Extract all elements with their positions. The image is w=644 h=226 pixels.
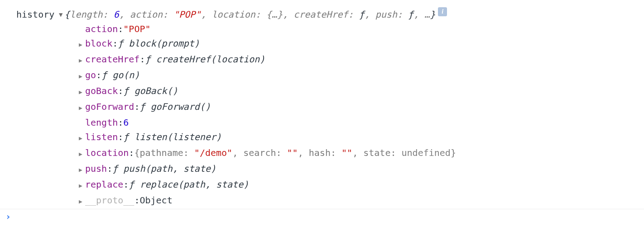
expand-arrow-icon[interactable]: ▶ bbox=[76, 147, 85, 161]
object-properties: action: "POP"▶block: ƒ block(prompt)▶cre… bbox=[16, 22, 644, 209]
value-segment: "/demo" bbox=[194, 147, 232, 158]
console-output: history ▼ {length: 6, action: "POP", loc… bbox=[0, 0, 644, 209]
value-segment: } bbox=[451, 147, 456, 158]
property-colon: : bbox=[107, 161, 112, 176]
property-row-go[interactable]: ▶go: ƒ go(n) bbox=[76, 68, 644, 84]
value-segment: ƒ block(prompt) bbox=[118, 38, 200, 49]
value-segment: : bbox=[183, 147, 194, 158]
property-value: ƒ createHref(location) bbox=[145, 52, 265, 66]
property-row-action: action: "POP" bbox=[76, 22, 644, 36]
property-row-createHref[interactable]: ▶createHref: ƒ createHref(location) bbox=[76, 52, 644, 68]
property-key: listen bbox=[85, 130, 118, 144]
info-icon[interactable]: i bbox=[438, 7, 447, 16]
property-value: ƒ go(n) bbox=[101, 68, 139, 82]
property-key: action bbox=[85, 22, 118, 36]
summary-sep: , bbox=[365, 9, 375, 20]
value-segment: "" bbox=[287, 147, 298, 158]
property-colon: : bbox=[134, 193, 139, 207]
summary-key: length bbox=[70, 9, 102, 20]
property-value: ƒ block(prompt) bbox=[118, 36, 200, 51]
property-key: length bbox=[85, 115, 118, 130]
property-key: location bbox=[85, 146, 129, 160]
value-segment: : bbox=[276, 147, 287, 158]
value-segment: ƒ goForward() bbox=[139, 101, 211, 112]
property-colon: : bbox=[134, 99, 139, 114]
value-segment: pathname bbox=[139, 147, 183, 158]
expand-arrow-icon[interactable]: ▼ bbox=[57, 7, 64, 22]
summary-key: action bbox=[130, 9, 163, 20]
value-segment: ƒ listen(listener) bbox=[123, 132, 221, 142]
expand-arrow-icon[interactable]: ▶ bbox=[76, 53, 85, 68]
root-row[interactable]: history ▼ {length: 6, action: "POP", loc… bbox=[16, 7, 644, 22]
value-segment: search bbox=[243, 147, 276, 158]
property-key: replace bbox=[85, 177, 123, 192]
property-key: go bbox=[85, 68, 96, 82]
property-colon: : bbox=[118, 84, 123, 98]
property-colon: : bbox=[112, 36, 118, 51]
value-segment: ƒ goBack() bbox=[123, 85, 178, 96]
property-key: push bbox=[85, 161, 107, 176]
value-segment: ƒ go(n) bbox=[101, 70, 139, 80]
expand-arrow-icon[interactable]: ▶ bbox=[76, 131, 85, 146]
summary-sep: , bbox=[283, 9, 293, 20]
console-prompt[interactable]: › bbox=[0, 209, 644, 225]
summary-ellipsis: , … bbox=[413, 9, 430, 20]
value-segment: { bbox=[134, 147, 139, 158]
summary-value: 6 bbox=[114, 9, 119, 20]
property-colon: : bbox=[96, 68, 101, 82]
summary-colon: : bbox=[255, 9, 266, 20]
expand-arrow-icon[interactable]: ▶ bbox=[76, 38, 85, 52]
property-row-replace[interactable]: ▶replace: ƒ replace(path, state) bbox=[76, 177, 644, 193]
expand-arrow-icon[interactable]: ▶ bbox=[76, 101, 85, 115]
value-segment: state bbox=[363, 147, 390, 158]
property-key: goForward bbox=[85, 99, 134, 114]
summary-key: createHref bbox=[293, 9, 348, 20]
summary-value: ƒ bbox=[408, 9, 413, 20]
property-row-block[interactable]: ▶block: ƒ block(prompt) bbox=[76, 36, 644, 52]
property-row-length: length: 6 bbox=[76, 115, 644, 130]
property-colon: : bbox=[123, 177, 129, 192]
property-colon: : bbox=[139, 52, 145, 66]
summary-sep: , bbox=[119, 9, 130, 20]
summary-colon: : bbox=[103, 9, 114, 20]
property-key: createHref bbox=[85, 52, 139, 66]
summary-value: {…} bbox=[266, 9, 283, 20]
property-row-listen[interactable]: ▶listen: ƒ listen(listener) bbox=[76, 130, 644, 146]
value-segment: , bbox=[298, 147, 309, 158]
property-value: Object bbox=[139, 193, 172, 207]
property-key: __proto__ bbox=[85, 193, 134, 207]
variable-name: history bbox=[16, 7, 54, 22]
expand-arrow-icon[interactable]: ▶ bbox=[76, 85, 85, 99]
property-row-location[interactable]: ▶location: {pathname: "/demo", search: "… bbox=[76, 146, 644, 161]
property-value: ƒ goBack() bbox=[123, 84, 178, 98]
property-row-goForward[interactable]: ▶goForward: ƒ goForward() bbox=[76, 99, 644, 115]
value-segment: , bbox=[232, 147, 243, 158]
property-colon: : bbox=[118, 22, 123, 36]
property-row-proto[interactable]: ▶__proto__: Object bbox=[76, 193, 644, 209]
summary-value: "POP" bbox=[173, 9, 201, 20]
property-key: block bbox=[85, 36, 112, 51]
property-value: ƒ push(path, state) bbox=[112, 161, 216, 176]
summary-value: ƒ bbox=[359, 9, 365, 20]
property-row-goBack[interactable]: ▶goBack: ƒ goBack() bbox=[76, 84, 644, 99]
value-segment: "POP" bbox=[123, 24, 150, 34]
value-segment: ƒ replace(path, state) bbox=[129, 179, 249, 190]
property-value: ƒ replace(path, state) bbox=[129, 177, 249, 192]
value-segment: : bbox=[331, 147, 341, 158]
property-row-push[interactable]: ▶push: ƒ push(path, state) bbox=[76, 161, 644, 177]
expand-arrow-icon[interactable]: ▶ bbox=[76, 179, 85, 193]
property-key: goBack bbox=[85, 84, 118, 98]
property-colon: : bbox=[118, 130, 123, 144]
expand-arrow-icon[interactable]: ▶ bbox=[76, 163, 85, 177]
expand-arrow-icon[interactable]: ▶ bbox=[76, 69, 85, 84]
summary-colon: : bbox=[163, 9, 173, 20]
summary-colon: : bbox=[397, 9, 408, 20]
prompt-caret-icon: › bbox=[5, 211, 11, 222]
value-segment: : bbox=[390, 147, 401, 158]
summary-key: location bbox=[211, 9, 255, 20]
brace-open: { bbox=[64, 9, 70, 20]
expand-arrow-icon[interactable]: ▶ bbox=[76, 194, 85, 209]
value-segment: 6 bbox=[123, 117, 129, 128]
property-value: "POP" bbox=[123, 22, 150, 36]
summary-sep: , bbox=[201, 9, 211, 20]
